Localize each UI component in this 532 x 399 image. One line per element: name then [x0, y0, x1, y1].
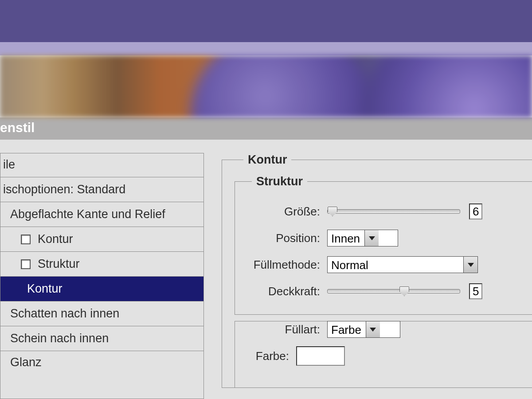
row-size: Größe: 6 — [243, 198, 532, 225]
style-item-mischoptionen[interactable]: ischoptionen: Standard — [0, 177, 203, 202]
input-size-value: 6 — [473, 205, 479, 219]
window-menubar — [0, 42, 532, 55]
style-item-struktur-sub[interactable]: Struktur — [0, 252, 203, 277]
style-item-label: Kontur — [27, 282, 63, 296]
style-item-label: Glanz — [10, 356, 42, 369]
chevron-down-icon — [369, 236, 375, 240]
combo-position-value: Innen — [328, 230, 364, 246]
background-image — [0, 55, 532, 117]
styles-list: ile ischoptionen: Standard Abgeflachte K… — [0, 153, 204, 399]
style-item-label: Schatten nach innen — [10, 307, 119, 321]
slider-track — [327, 209, 460, 214]
dialog-title-text: enstil — [0, 120, 35, 135]
combo-position[interactable]: Innen — [327, 230, 398, 246]
legend-kontur: Kontur — [243, 153, 291, 167]
fieldset-fill: Füllart: Farbe Farbe: — [235, 321, 532, 387]
dialog-title-bar: enstil — [0, 117, 532, 140]
input-opacity[interactable]: 5 — [469, 283, 482, 299]
label-color: Farbe: — [243, 349, 296, 363]
chevron-down-icon — [370, 328, 376, 332]
row-fillmethod: Füllmethode: Normal — [243, 251, 532, 278]
slider-thumb[interactable] — [328, 207, 337, 216]
dialog-body: ile ischoptionen: Standard Abgeflachte K… — [0, 140, 532, 399]
combo-filltype-value: Farbe — [328, 321, 366, 337]
checkbox-icon[interactable] — [21, 235, 31, 244]
chevron-down-icon — [468, 263, 474, 267]
style-item-inner-shadow[interactable]: Schatten nach innen — [0, 301, 203, 326]
style-item-kontur[interactable]: Kontur — [0, 277, 203, 301]
legend-struktur: Struktur — [252, 175, 307, 188]
combo-filltype[interactable]: Farbe — [327, 321, 400, 338]
row-opacity: Deckkraft: 5 — [243, 278, 532, 305]
style-item-bevel[interactable]: Abgeflachte Kante und Relief — [0, 202, 203, 227]
styles-header: ile — [0, 153, 203, 177]
input-opacity-value: 5 — [473, 285, 479, 298]
style-item-kontur-sub[interactable]: Kontur — [0, 227, 203, 252]
slider-track — [327, 289, 460, 293]
combo-fillmethod[interactable]: Normal — [327, 256, 478, 273]
settings-panel: Kontur Struktur Größe: 6 Position: — [222, 153, 532, 399]
combo-fillmethod-value: Normal — [328, 257, 463, 273]
style-item-label: ischoptionen: Standard — [3, 183, 125, 196]
fieldset-kontur: Kontur Struktur Größe: 6 Position: — [222, 153, 532, 388]
label-size: Größe: — [243, 205, 327, 219]
label-filltype: Füllart: — [243, 323, 327, 336]
dropdown-button[interactable] — [364, 230, 379, 246]
style-item-label: Schein nach innen — [10, 332, 109, 345]
style-item-glanz[interactable]: Glanz — [0, 351, 203, 373]
color-swatch[interactable] — [296, 346, 345, 366]
style-item-label: Kontur — [38, 232, 73, 246]
style-item-label: Abgeflachte Kante und Relief — [10, 207, 165, 221]
row-position: Position: Innen — [243, 225, 532, 251]
slider-size[interactable] — [327, 207, 460, 215]
fieldset-struktur: Struktur Größe: 6 Position: — [235, 175, 532, 315]
row-filltype: Füllart: Farbe — [243, 316, 532, 343]
checkbox-icon[interactable] — [21, 259, 31, 269]
slider-opacity[interactable] — [327, 287, 460, 295]
style-item-inner-glow[interactable]: Schein nach innen — [0, 326, 203, 351]
window-titlebar — [0, 0, 532, 42]
dropdown-button[interactable] — [366, 321, 380, 337]
label-fillmethod: Füllmethode: — [243, 258, 327, 272]
style-item-label: Struktur — [38, 257, 80, 271]
slider-thumb[interactable] — [399, 286, 409, 296]
row-color: Farbe: — [243, 343, 532, 369]
input-size[interactable]: 6 — [469, 203, 482, 219]
dropdown-button[interactable] — [463, 257, 477, 273]
label-opacity: Deckkraft: — [243, 285, 327, 298]
label-position: Position: — [243, 231, 327, 245]
